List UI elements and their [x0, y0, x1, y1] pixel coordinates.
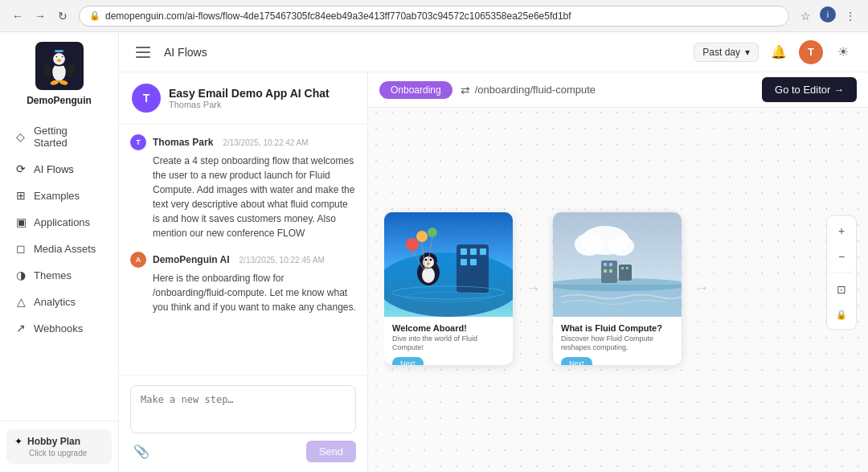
svg-rect-14 [136, 47, 150, 48]
sidebar-label-applications: Applications [34, 216, 90, 228]
plan-name: Hobby Plan [27, 436, 80, 447]
svg-rect-53 [626, 267, 628, 269]
extension-icon[interactable]: i [820, 6, 836, 23]
time-selector-label: Past day [702, 47, 740, 58]
getting-started-icon: ◇ [14, 130, 27, 143]
svg-point-32 [406, 238, 419, 251]
svg-point-29 [425, 258, 428, 261]
message-1: T Thomas Park 2/13/2025, 10:22:42 AM Cre… [130, 134, 356, 240]
message-2: A DemoPenguin AI 2/13/2025, 10:22:45 AM … [130, 252, 356, 314]
onboarding-badge[interactable]: Onboarding [379, 81, 452, 99]
logo-label: DemoPenguin [27, 95, 92, 106]
go-to-editor-button[interactable]: Go to Editor → [762, 77, 857, 102]
sidebar-item-ai-flows[interactable]: ⟳ AI Flows [5, 156, 113, 182]
svg-point-18 [384, 252, 513, 317]
notification-bell-button[interactable]: 🔔 [767, 40, 791, 64]
plan-box[interactable]: ✦ Hobby Plan Click to upgrade [6, 429, 112, 464]
sidebar-item-applications[interactable]: ▣ Applications [5, 209, 113, 235]
sidebar-item-getting-started[interactable]: ◇ Getting Started [5, 118, 113, 155]
chat-title: Easy Email Demo App AI Chat [169, 87, 330, 100]
canvas-topbar: Onboarding ⇄ /onboarding/fluid-compute G… [368, 72, 868, 108]
sidebar-label-themes: Themes [34, 269, 72, 281]
sidebar-item-webhooks[interactable]: ↗ Webhooks [5, 315, 113, 341]
back-button[interactable]: ← [8, 6, 27, 26]
arrow-connector-1: → [526, 280, 540, 297]
ai-flows-icon: ⟳ [14, 162, 27, 175]
flow-card-2-next-button[interactable]: Next [561, 357, 592, 365]
svg-point-30 [430, 258, 432, 261]
canvas-controls: + − ⊡ 🔒 [826, 215, 857, 330]
svg-rect-23 [461, 259, 467, 265]
sidebar-item-examples[interactable]: ⊞ Examples [5, 183, 113, 208]
chat-subtitle: Thomas Park [169, 100, 330, 109]
msg-text-2: Here is the onboarding flow for /onboard… [130, 271, 356, 314]
zoom-in-button[interactable]: + [830, 219, 853, 241]
fit-view-button[interactable]: ⊡ [830, 277, 853, 300]
svg-point-34 [428, 228, 437, 237]
msg-author-1: Thomas Park [153, 137, 213, 148]
svg-point-33 [416, 231, 428, 242]
user-avatar[interactable]: T [799, 40, 823, 64]
header-title: AI Flows [164, 46, 207, 59]
flow-card-2-desc: Discover how Fluid Compute reshapes comp… [561, 335, 674, 353]
arrow-connector-2: → [694, 280, 709, 297]
sidebar-item-analytics[interactable]: △ Analytics [5, 289, 113, 314]
msg-avatar-user: T [130, 134, 146, 150]
applications-icon: ▣ [14, 215, 27, 228]
go-to-editor-label: Go to Editor → [775, 84, 844, 96]
svg-point-44 [575, 233, 604, 256]
sidebar-item-media-assets[interactable]: ◻ Media Assets [5, 236, 113, 261]
zoom-out-button[interactable]: − [830, 244, 853, 267]
svg-point-8 [57, 59, 62, 62]
sidebar-bottom: ✦ Hobby Plan Click to upgrade [0, 421, 118, 472]
msg-text-1: Create a 4 step onboarding flow that wel… [130, 154, 356, 240]
msg-author-2: DemoPenguin AI [153, 254, 230, 265]
sidebar-label-examples: Examples [34, 190, 80, 202]
flow-path: ⇄ /onboarding/fluid-compute [461, 84, 596, 96]
svg-point-31 [427, 262, 431, 265]
svg-rect-47 [604, 263, 607, 266]
flow-card-1-desc: Dive into the world of Fluid Compute! [392, 335, 505, 353]
svg-rect-50 [609, 269, 612, 273]
svg-point-7 [62, 55, 63, 57]
lock-button[interactable]: 🔒 [830, 303, 853, 326]
refresh-button[interactable]: ↻ [53, 6, 72, 26]
msg-time-1: 2/13/2025, 10:22:42 AM [223, 138, 308, 147]
svg-point-6 [55, 55, 57, 57]
sidebar-item-themes[interactable]: ◑ Themes [5, 262, 113, 288]
chat-input[interactable] [141, 394, 346, 417]
chat-input-area: 📎 Send [119, 375, 367, 472]
chat-header: T Easy Email Demo App AI Chat Thomas Par… [119, 72, 367, 125]
browser-chrome: ← → ↻ 🔒 demopenguin.com/ai-flows/flow-4d… [0, 0, 868, 32]
chat-messages: T Thomas Park 2/13/2025, 10:22:42 AM Cre… [119, 125, 367, 375]
flow-path-icon: ⇄ [461, 84, 470, 96]
send-button[interactable]: Send [306, 441, 356, 462]
sidebar-label-ai-flows: AI Flows [34, 163, 74, 175]
sidebar-toggle-button[interactable] [132, 41, 154, 64]
analytics-icon: △ [14, 295, 27, 308]
themes-icon: ◑ [14, 269, 27, 281]
menu-icon[interactable]: ⋮ [841, 6, 860, 26]
svg-point-3 [53, 53, 65, 65]
attach-button[interactable]: 📎 [130, 440, 153, 462]
flow-card-1-next-button[interactable]: Next [392, 357, 424, 365]
flow-path-text: /onboarding/fluid-compute [475, 84, 596, 96]
svg-rect-13 [55, 50, 63, 52]
webhooks-icon: ↗ [14, 322, 27, 335]
sidebar-label-analytics: Analytics [34, 296, 76, 308]
flow-card-2[interactable]: What is Fluid Compute? Discover how Flui… [553, 212, 682, 365]
flow-card-1[interactable]: Welcome Aboard! Dive into the world of F… [384, 212, 513, 365]
forward-button[interactable]: → [31, 6, 50, 26]
svg-rect-16 [136, 56, 150, 58]
flow-canvas: Onboarding ⇄ /onboarding/fluid-compute G… [368, 72, 868, 472]
svg-rect-15 [136, 51, 150, 53]
time-selector[interactable]: Past day ▾ [694, 43, 759, 62]
theme-toggle-button[interactable]: ☀ [831, 40, 855, 64]
address-bar[interactable]: 🔒 demopenguin.com/ai-flows/flow-4de17546… [79, 6, 789, 27]
chat-panel: T Easy Email Demo App AI Chat Thomas Par… [119, 72, 368, 472]
msg-time-2: 2/13/2025, 10:22:45 AM [240, 256, 325, 265]
logo-area: DemoPenguin [0, 32, 118, 114]
bookmark-icon[interactable]: ☆ [796, 6, 815, 26]
logo-image[interactable] [35, 42, 84, 90]
flow-cards-container: Welcome Aboard! Dive into the world of F… [384, 121, 820, 456]
